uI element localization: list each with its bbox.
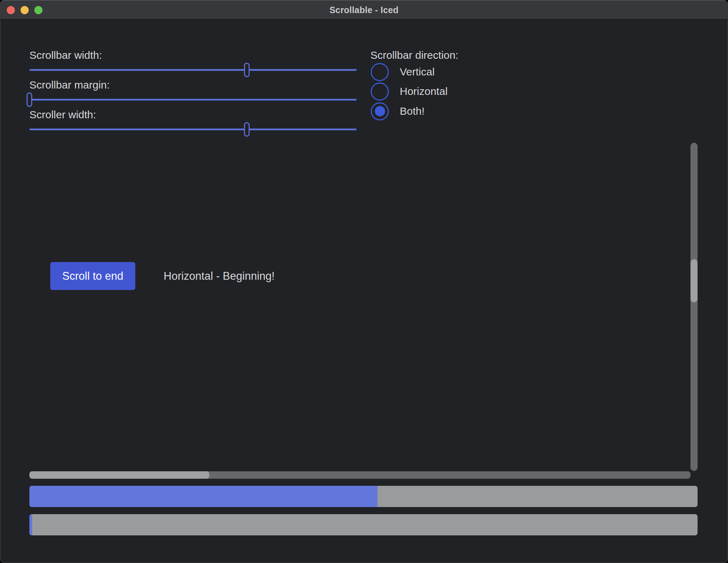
radio-option-horizontal[interactable]: Horizontal — [371, 82, 448, 101]
slider-scroller-width[interactable] — [29, 122, 357, 137]
vertical-scrollbar-thumb[interactable] — [690, 259, 698, 302]
radio-circle-icon[interactable] — [371, 83, 389, 101]
scroll-to-end-button[interactable]: Scroll to end — [50, 262, 135, 290]
radio-circle-icon[interactable] — [371, 63, 389, 81]
titlebar: Scrollable - Iced — [0, 0, 728, 20]
slider-label-scroller-width: Scroller width: — [29, 108, 96, 121]
vertical-progress-bar — [29, 514, 698, 535]
radio-option-label[interactable]: Both! — [400, 105, 425, 117]
horizontal-scrollbar-thumb[interactable] — [29, 471, 209, 479]
window-title: Scrollable - Iced — [0, 0, 728, 19]
radio-option-label[interactable]: Vertical — [400, 66, 434, 78]
slider-thumb[interactable] — [244, 122, 250, 137]
radio-circle-icon[interactable] — [371, 102, 389, 120]
slider-scrollbar-width[interactable] — [29, 63, 357, 77]
progress-fill — [29, 514, 32, 535]
radio-option-label[interactable]: Horizontal — [400, 85, 448, 97]
slider-rail[interactable] — [29, 69, 357, 71]
radio-dot-icon — [375, 106, 385, 116]
slider-thumb[interactable] — [27, 92, 32, 107]
slider-label-scrollbar-margin: Scrollbar margin: — [29, 79, 110, 91]
vertical-scrollbar[interactable] — [690, 143, 698, 471]
horizontal-scrollbar[interactable] — [29, 471, 690, 479]
progress-fill — [29, 486, 377, 507]
radio-option-vertical[interactable]: Vertical — [371, 63, 434, 81]
horizontal-progress-bar — [29, 486, 698, 507]
status-text: Horizontal - Beginning! — [164, 269, 275, 283]
slider-thumb[interactable] — [244, 63, 250, 77]
window: Scrollable - Iced Scrollbar width: Scrol… — [0, 0, 728, 563]
slider-rail[interactable] — [29, 99, 357, 101]
radio-group-label: Scrollbar direction: — [370, 49, 458, 62]
slider-scrollbar-margin[interactable] — [29, 92, 357, 107]
slider-rail[interactable] — [29, 129, 357, 130]
slider-label-scrollbar-width: Scrollbar width: — [29, 49, 102, 62]
radio-option-both[interactable]: Both! — [371, 102, 425, 120]
